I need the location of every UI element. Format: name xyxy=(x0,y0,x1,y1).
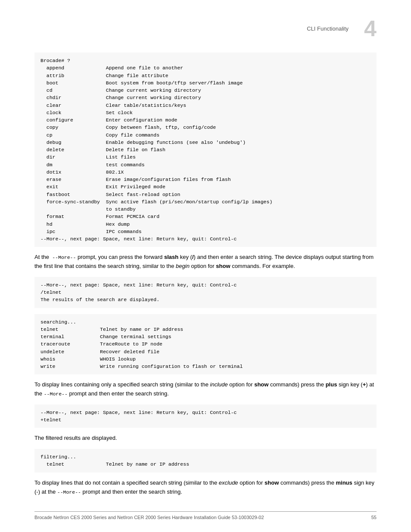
chapter-title: CLI Functionality xyxy=(307,25,349,32)
minus-bold: minus xyxy=(336,479,352,486)
page-header: CLI Functionality 4 xyxy=(34,17,377,40)
prose-paragraph-2: To display lines containing only a speci… xyxy=(34,380,377,398)
prose-paragraph-3: The filtered results are displayed. xyxy=(34,434,377,443)
include-italic: include xyxy=(210,381,228,388)
prose-paragraph-1: At the --More-- prompt, you can press th… xyxy=(34,253,377,271)
code-block-4: --More--, next page: Space, next line: R… xyxy=(34,404,377,428)
code-block-2: --More--, next page: Space, next line: R… xyxy=(34,277,377,308)
show-bold-1: show xyxy=(216,263,230,269)
footer-divider xyxy=(34,511,377,512)
footer-left: Brocade NetIron CES 2000 Series and NetI… xyxy=(34,515,264,520)
plus-key-bold: + xyxy=(363,381,366,388)
page-footer: Brocade NetIron CES 2000 Series and NetI… xyxy=(34,511,377,520)
exclude-italic: exclude xyxy=(219,479,238,486)
more-prompt-inline-2: --More-- xyxy=(44,391,68,397)
code-block-3: searching... telnet Telnet by name or IP… xyxy=(34,314,377,375)
show-bold-3: show xyxy=(265,479,279,486)
main-cli-code-block: Brocade# ? append Append one file to ano… xyxy=(34,53,377,247)
begin-italic: begin xyxy=(176,263,190,269)
more-prompt-inline: --More-- xyxy=(52,255,76,260)
more-prompt-inline-3: --More-- xyxy=(57,489,81,495)
slash-key-bold: / xyxy=(192,254,194,260)
slash-bold: slash xyxy=(164,254,178,260)
prose-paragraph-4: To display lines that do not contain a s… xyxy=(34,479,377,497)
plus-bold: plus xyxy=(326,381,337,388)
page: CLI Functionality 4 Brocade# ? append Ap… xyxy=(0,0,411,532)
chapter-number: 4 xyxy=(364,17,377,40)
footer-page-number: 55 xyxy=(371,515,377,520)
show-bold-2: show xyxy=(254,381,268,388)
code-block-5: filtering... telnet Telnet by name or IP… xyxy=(34,449,377,473)
